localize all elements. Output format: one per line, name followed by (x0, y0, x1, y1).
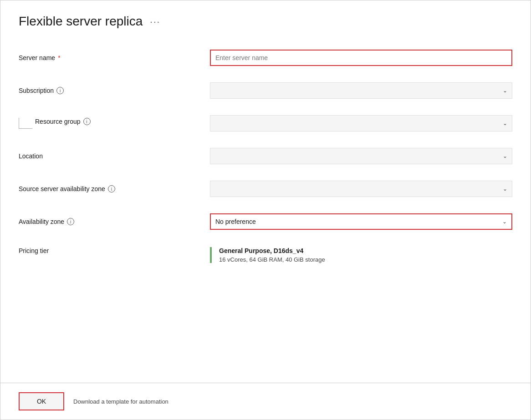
pricing-tier-row: Pricing tier General Purpose, D16ds_v4 1… (19, 243, 512, 265)
subscription-select[interactable]: ⌄ (210, 82, 512, 99)
source-availability-zone-label: Source server availability zone (19, 185, 105, 192)
location-chevron-icon: ⌄ (503, 153, 507, 159)
availability-zone-row: Availability zone i No preference ⌄ (19, 211, 512, 233)
server-name-required: * (58, 54, 60, 61)
template-link[interactable]: Download a template for automation (73, 398, 168, 405)
location-label: Location (19, 152, 43, 160)
availability-zone-info-icon[interactable]: i (67, 218, 74, 225)
subscription-control-col: ⌄ (210, 82, 512, 99)
pricing-tier-name: General Purpose, D16ds_v4 (219, 247, 325, 254)
pricing-tier-bar (210, 247, 212, 263)
resource-group-label-col: Resource group i (19, 118, 210, 129)
dialog-title-row: Flexible server replica ··· (19, 14, 512, 29)
source-availability-zone-chevron-icon: ⌄ (503, 186, 507, 192)
pricing-tier-label-col: Pricing tier (19, 247, 210, 254)
source-availability-zone-select[interactable]: ⌄ (210, 181, 512, 197)
location-label-col: Location (19, 152, 210, 160)
pricing-tier-control-col: General Purpose, D16ds_v4 16 vCores, 64 … (210, 247, 512, 263)
subscription-label: Subscription (19, 87, 54, 94)
resource-group-label: Resource group (35, 118, 81, 125)
dialog-footer: OK Download a template for automation (0, 383, 531, 420)
source-availability-zone-info-icon[interactable]: i (108, 185, 115, 192)
resource-group-chevron-icon: ⌄ (503, 120, 507, 127)
availability-zone-label-col: Availability zone i (19, 218, 210, 225)
ok-button[interactable]: OK (19, 392, 64, 410)
pricing-tier-content: General Purpose, D16ds_v4 16 vCores, 64 … (210, 247, 512, 263)
pricing-tier-label: Pricing tier (19, 247, 49, 254)
subscription-row: Subscription i ⌄ (19, 80, 512, 101)
availability-zone-select[interactable]: No preference ⌄ (210, 213, 512, 230)
resource-group-row: Resource group i ⌄ (19, 112, 512, 134)
server-name-row: Server name * (19, 47, 512, 69)
dialog-content: Flexible server replica ··· Server name … (0, 0, 531, 383)
source-availability-zone-row: Source server availability zone i ⌄ (19, 178, 512, 200)
resource-group-control-col: ⌄ (210, 115, 512, 132)
server-name-input[interactable] (210, 50, 512, 66)
source-availability-zone-label-col: Source server availability zone i (19, 185, 210, 192)
more-options-button[interactable]: ··· (150, 16, 160, 27)
source-availability-zone-control-col: ⌄ (210, 181, 512, 197)
pricing-tier-text: General Purpose, D16ds_v4 16 vCores, 64 … (219, 247, 325, 263)
availability-zone-value: No preference (215, 218, 256, 225)
dialog-title: Flexible server replica (19, 14, 143, 29)
location-select[interactable]: ⌄ (210, 148, 512, 164)
subscription-info-icon[interactable]: i (56, 87, 64, 94)
server-name-control-col (210, 50, 512, 66)
location-control-col: ⌄ (210, 148, 512, 164)
pricing-tier-detail: 16 vCores, 64 GiB RAM, 40 GiB storage (219, 256, 325, 263)
subscription-label-col: Subscription i (19, 87, 210, 94)
availability-zone-control-col: No preference ⌄ (210, 213, 512, 230)
subscription-chevron-icon: ⌄ (503, 87, 507, 94)
server-name-label-col: Server name * (19, 54, 210, 61)
availability-zone-label: Availability zone (19, 218, 64, 225)
location-row: Location ⌄ (19, 145, 512, 167)
indent-line (19, 118, 32, 129)
resource-group-info-icon[interactable]: i (83, 118, 91, 125)
availability-zone-chevron-icon: ⌄ (502, 218, 507, 225)
server-name-label: Server name (19, 54, 55, 61)
resource-group-select[interactable]: ⌄ (210, 115, 512, 132)
dialog-container: Flexible server replica ··· Server name … (0, 0, 531, 420)
